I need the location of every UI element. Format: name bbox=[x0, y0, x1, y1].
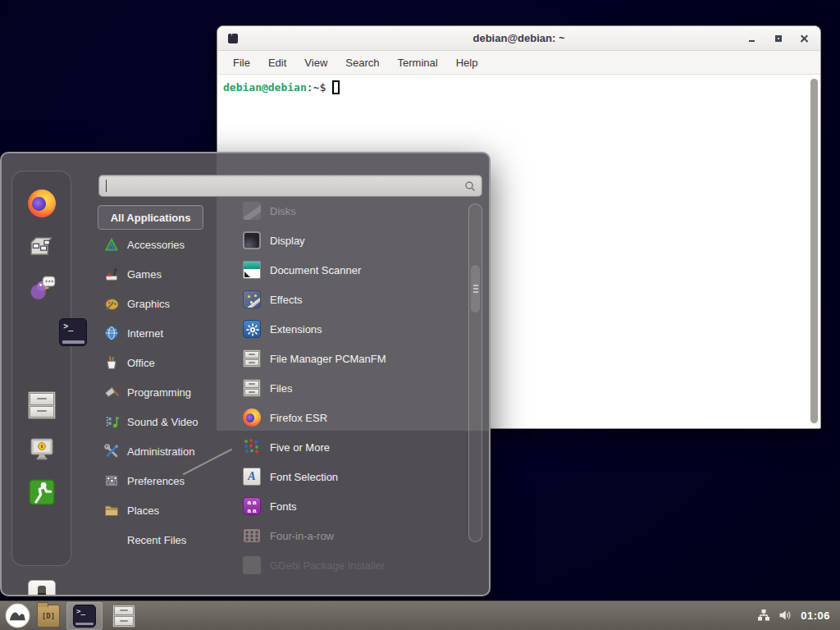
app-effects[interactable]: Effects bbox=[230, 285, 469, 314]
app-display[interactable]: Display bbox=[230, 226, 469, 255]
administration-icon bbox=[103, 443, 120, 459]
category-sound-video[interactable]: Sound & Video bbox=[98, 407, 222, 436]
menubar-item-terminal[interactable]: Terminal bbox=[389, 53, 447, 72]
menubar-item-view[interactable]: View bbox=[295, 53, 336, 72]
disks-icon bbox=[243, 202, 261, 220]
terminal-menubar: File Edit View Search Terminal Help bbox=[217, 51, 820, 75]
font-selection-icon bbox=[243, 468, 261, 486]
places-icon bbox=[103, 502, 120, 518]
pidgin-icon[interactable] bbox=[28, 276, 56, 304]
app-five-or-more[interactable]: Five or More bbox=[230, 432, 469, 462]
terminal-task-button[interactable] bbox=[66, 602, 103, 630]
firefox-launcher-icon[interactable] bbox=[28, 189, 56, 217]
preferences-icon bbox=[103, 472, 120, 489]
category-places[interactable]: Places bbox=[98, 495, 222, 525]
category-programming[interactable]: Programming bbox=[98, 377, 222, 407]
menubar-item-edit[interactable]: Edit bbox=[259, 53, 295, 72]
all-applications-button[interactable]: All Applications bbox=[98, 205, 203, 230]
app-files[interactable]: Files bbox=[230, 373, 469, 403]
volume-icon[interactable] bbox=[778, 608, 792, 626]
app-list-scrollbar[interactable] bbox=[468, 203, 482, 542]
extensions-icon bbox=[243, 320, 261, 338]
effects-icon bbox=[243, 290, 261, 308]
files-icon bbox=[243, 379, 261, 397]
category-administration[interactable]: Administration bbox=[98, 436, 222, 466]
accessories-icon bbox=[103, 236, 120, 253]
shut-down-icon[interactable] bbox=[28, 580, 56, 596]
app-extensions[interactable]: Extensions bbox=[230, 314, 469, 344]
app-fonts[interactable]: Fonts bbox=[230, 491, 469, 521]
category-label: Office bbox=[127, 357, 155, 369]
category-label: Games bbox=[127, 268, 162, 281]
category-label: Accessories bbox=[127, 239, 185, 251]
app-list-scrollbar-thumb[interactable] bbox=[471, 265, 480, 313]
log-out-icon[interactable] bbox=[28, 478, 56, 506]
menu-sidebar bbox=[11, 171, 71, 566]
app-font-selection[interactable]: Font Selection bbox=[230, 462, 469, 491]
app-label: Effects bbox=[270, 294, 303, 306]
file-manager-launcher[interactable] bbox=[112, 605, 135, 628]
file-manager-sidebar-icon[interactable] bbox=[28, 391, 56, 419]
search-icon bbox=[464, 180, 476, 195]
app-label: Files bbox=[270, 382, 292, 395]
internet-icon bbox=[103, 325, 120, 341]
app-firefox-esr[interactable]: Firefox ESR bbox=[230, 403, 469, 432]
search-input[interactable] bbox=[99, 176, 482, 196]
terminal-scrollbar[interactable] bbox=[809, 76, 819, 426]
category-graphics[interactable]: Graphics bbox=[98, 289, 222, 318]
app-document-scanner[interactable]: Document Scanner bbox=[230, 255, 469, 285]
category-accessories[interactable]: Accessories bbox=[98, 230, 222, 259]
app-label: Extensions bbox=[270, 323, 322, 336]
app-label: Disks bbox=[270, 205, 296, 217]
window-title: debian@debian: ~ bbox=[217, 32, 820, 44]
firefox-icon bbox=[243, 409, 261, 427]
category-games[interactable]: Games bbox=[98, 259, 222, 289]
category-label: Internet bbox=[127, 327, 163, 340]
app-four-in-a-row[interactable]: Four-in-a-row bbox=[230, 521, 469, 550]
maximize-button[interactable] bbox=[771, 31, 786, 46]
app-label: Fonts bbox=[270, 500, 297, 513]
prompt-user-host: debian@debian bbox=[223, 81, 307, 94]
app-label: Document Scanner bbox=[270, 264, 361, 276]
category-office[interactable]: Office bbox=[98, 348, 222, 377]
app-file-manager-pcmanfm[interactable]: File Manager PCManFM bbox=[230, 344, 469, 373]
prompt-symbol: $ bbox=[319, 81, 326, 94]
clock[interactable]: 01:06 bbox=[801, 609, 830, 622]
app-gdebi-package-installer[interactable]: GDebi Package Installer bbox=[230, 550, 469, 580]
fonts-icon bbox=[243, 497, 261, 515]
app-label: GDebi Package Installer bbox=[270, 559, 385, 572]
menu-button[interactable] bbox=[5, 603, 30, 628]
terminal-titlebar[interactable]: debian@debian: ~ bbox=[217, 26, 820, 51]
search-field[interactable] bbox=[98, 175, 482, 197]
app-label: Four-in-a-row bbox=[270, 530, 334, 542]
terminal-launcher-icon[interactable] bbox=[59, 318, 87, 346]
category-label: Graphics bbox=[127, 298, 170, 310]
category-internet[interactable]: Internet bbox=[98, 318, 222, 348]
terminal-window-icon bbox=[228, 34, 238, 43]
menubar-item-help[interactable]: Help bbox=[447, 53, 487, 72]
display-icon bbox=[243, 231, 261, 249]
category-list: Accessories Games bbox=[98, 230, 222, 555]
folder-launcher[interactable]: [D] bbox=[37, 605, 60, 628]
no-icon bbox=[103, 532, 120, 548]
five-or-more-icon bbox=[243, 438, 261, 456]
category-preferences[interactable]: Preferences bbox=[98, 466, 222, 495]
app-disks[interactable]: Disks bbox=[230, 196, 469, 226]
category-recent-files[interactable]: Recent Files bbox=[98, 525, 222, 555]
menubar-item-search[interactable]: Search bbox=[336, 53, 388, 72]
category-label: Places bbox=[127, 504, 159, 517]
app-label: Display bbox=[270, 235, 305, 247]
close-button[interactable] bbox=[797, 31, 812, 46]
character-map-icon[interactable] bbox=[28, 232, 56, 260]
sound-video-icon bbox=[103, 413, 120, 430]
terminal-scrollbar-thumb[interactable] bbox=[810, 79, 818, 423]
desktop-wallpaper: debian@debian: ~ File Edit View Search T… bbox=[0, 0, 840, 630]
terminal-icon bbox=[73, 605, 96, 628]
games-icon bbox=[103, 266, 120, 282]
network-icon[interactable] bbox=[756, 608, 771, 626]
menubar-item-file[interactable]: File bbox=[224, 53, 259, 72]
four-in-a-row-icon bbox=[243, 527, 261, 545]
lock-screen-icon[interactable] bbox=[28, 436, 56, 463]
minimize-button[interactable] bbox=[745, 31, 760, 46]
application-list: Disks Display Document Scanner Effects bbox=[230, 196, 469, 580]
